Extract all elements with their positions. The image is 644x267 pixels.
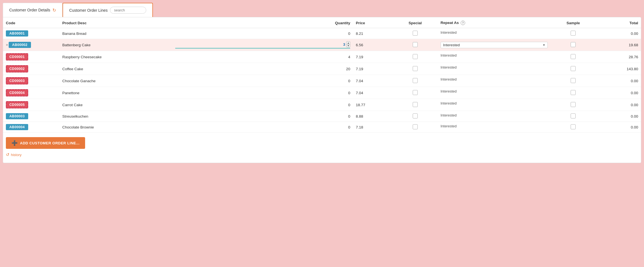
sample-cell[interactable] [551,28,596,39]
special-checkbox[interactable] [413,54,418,59]
order-lines-table: Code Product Desc Quantity Price Special [3,17,641,133]
desc-cell: Carrot Cake [59,99,172,111]
code-badge[interactable]: AB00003 [6,113,28,119]
price-cell: 7.18 [353,122,393,133]
table-row: CD00003Chocolate Ganache07.04Interested0… [3,75,641,87]
price-cell: 7.19 [353,63,393,75]
code-cell: CD00002 [3,63,59,75]
qty-value: 0 [343,91,350,95]
code-badge[interactable]: CD00004 [6,89,28,96]
sample-checkbox[interactable] [571,90,576,95]
add-customer-order-line-button[interactable]: ➕ ADD CUSTOMER ORDER LINE... [6,137,85,149]
repeat-as-label: Interested [441,113,457,117]
code-badge[interactable]: CD00003 [6,77,28,84]
special-cell[interactable] [393,39,438,51]
add-icon: ➕ [11,140,18,146]
repeat-as-cell: Interested [438,122,551,130]
sample-checkbox[interactable] [571,66,576,71]
table-row: CD00001Raspberry Cheesecake47.19Interest… [3,51,641,63]
special-checkbox[interactable] [413,102,418,107]
repeat-as-label: Interested [441,124,457,128]
price-cell: 8.21 [353,28,393,39]
tab-customer-order-details[interactable]: Customer Order Details ↻ [3,3,63,17]
sample-checkbox[interactable] [571,113,576,118]
total-cell: 0.00 [596,28,641,39]
price-cell: 6.56 [353,39,393,51]
sample-cell[interactable] [551,87,596,99]
special-checkbox[interactable] [413,78,418,83]
desc-cell: Battenberg Cake [59,39,172,51]
sample-checkbox[interactable] [571,54,576,59]
special-cell[interactable] [393,51,438,63]
table-row: AB00001Banana Bread08.21Interested0.00 [3,28,641,39]
sample-cell[interactable] [551,99,596,111]
total-cell: 0.00 [596,87,641,99]
qty-value: 0 [343,31,350,36]
repeat-as-label: Interested [441,30,457,35]
special-checkbox[interactable] [413,90,418,95]
code-badge[interactable]: AB00001 [6,30,28,37]
qty-value: 4 [343,55,350,59]
qty-cell: 0 [172,122,353,133]
total-cell: 0.00 [596,99,641,111]
sample-cell[interactable] [551,111,596,122]
repeat-as-cell[interactable]: Interested▼ [438,39,551,51]
special-checkbox[interactable] [413,66,418,71]
search-input[interactable] [110,7,146,14]
desc-cell: Raspberry Cheesecake [59,51,172,63]
row-arrow-icon: » [6,42,9,47]
code-badge[interactable]: CD00005 [6,101,28,108]
repeat-as-cell: Interested [438,28,551,37]
repeat-as-help-icon[interactable]: ? [461,21,465,25]
add-button-label: ADD CUSTOMER ORDER LINE... [20,141,80,145]
sample-cell[interactable] [551,39,596,51]
sample-checkbox[interactable] [571,78,576,83]
special-cell[interactable] [393,63,438,75]
sample-cell[interactable] [551,51,596,63]
special-cell[interactable] [393,87,438,99]
col-header-code: Code [3,17,59,28]
special-cell[interactable] [393,99,438,111]
qty-value: 0 [343,79,350,83]
special-cell[interactable] [393,122,438,133]
price-cell: 18.77 [353,99,393,111]
desc-cell: Streuselkuchen [59,111,172,122]
desc-cell: Chocolate Brownie [59,122,172,133]
repeat-as-dropdown[interactable]: Interested▼ [441,42,548,48]
sample-cell[interactable] [551,75,596,87]
special-cell[interactable] [393,75,438,87]
sample-cell[interactable] [551,63,596,75]
code-cell: AB00001 [3,28,59,39]
code-badge[interactable]: CD00002 [6,65,28,72]
special-checkbox[interactable] [413,31,418,36]
refresh-icon[interactable]: ↻ [52,8,56,13]
tab-lines-label: Customer Order Lines [69,8,108,13]
qty-down-arrow[interactable]: ▼ [347,45,350,47]
total-cell: 19.68 [596,39,641,51]
code-cell: CD00004 [3,87,59,99]
sample-checkbox[interactable] [571,102,576,107]
history-link[interactable]: ↺ history [6,152,638,157]
qty-cell[interactable]: 3▲▼ [172,39,353,51]
desc-cell: Chocolate Ganache [59,75,172,87]
qty-cell: 20 [172,63,353,75]
code-badge[interactable]: CD00001 [6,53,28,60]
total-cell: 143.80 [596,63,641,75]
app-container: Customer Order Details ↻ Customer Order … [0,0,644,267]
special-checkbox[interactable] [413,124,418,129]
table-row: CD00004Panettone07.04Interested0.00 [3,87,641,99]
special-checkbox[interactable] [413,42,418,47]
sample-checkbox[interactable] [571,31,576,36]
repeat-as-cell: Interested [438,99,551,108]
sample-cell[interactable] [551,122,596,133]
special-cell[interactable] [393,111,438,122]
special-checkbox[interactable] [413,113,418,118]
code-badge[interactable]: AB00004 [6,124,28,130]
sample-checkbox[interactable] [571,124,576,129]
sample-checkbox[interactable] [571,42,576,47]
price-cell: 7.04 [353,87,393,99]
code-badge[interactable]: AB00002 [9,42,31,48]
special-cell[interactable] [393,28,438,39]
tab-customer-order-lines[interactable]: Customer Order Lines [63,3,153,17]
qty-spinner[interactable]: ▲▼ [346,41,350,47]
